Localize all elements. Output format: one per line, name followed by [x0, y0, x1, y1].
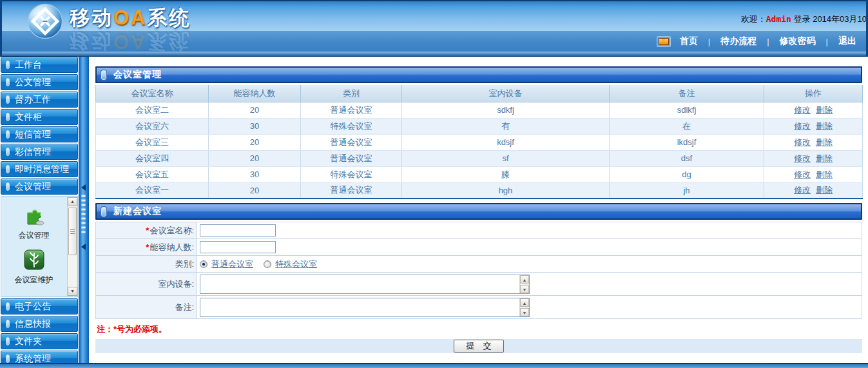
col-equipment: 室内设备: [402, 85, 610, 102]
sidebar-item-workbench[interactable]: 工作台: [1, 57, 78, 73]
edit-link[interactable]: 修改: [794, 153, 811, 163]
header-bottom-strip: [0, 52, 868, 57]
delete-link[interactable]: 删除: [816, 137, 833, 147]
edit-link[interactable]: 修改: [794, 121, 811, 131]
sidebar-item-instant-message[interactable]: 即时消息管理: [1, 161, 78, 177]
table-row: 会议室四20普通会议室sfdsf 修改删除: [96, 150, 863, 166]
capacity-input[interactable]: [200, 241, 276, 253]
tree-icon: [24, 249, 44, 273]
required-mark: *: [146, 242, 149, 252]
welcome-date: 2014年03月10: [813, 14, 867, 24]
required-note: 注：*号为必添项。: [95, 319, 862, 339]
sidebar-item-folders[interactable]: 文件夹: [1, 333, 78, 349]
radio-normal-room[interactable]: [200, 260, 207, 268]
sidebar-splitter[interactable]: [79, 57, 89, 368]
radio-special-room-label[interactable]: 特殊会议室: [275, 259, 317, 269]
required-mark: *: [146, 226, 149, 235]
submenu-scrollbar: ▲ ▼: [67, 197, 77, 296]
top-navbar: 首页 | 待办流程 | 修改密码 | 退出: [0, 31, 868, 52]
menu-pill-icon: [6, 113, 10, 121]
app-title-oa: OA: [113, 6, 148, 29]
welcome-username: Admin: [766, 14, 791, 24]
scroll-up-icon[interactable]: ▲: [520, 298, 529, 307]
sidebar-item-bulletin[interactable]: 电子公告: [1, 298, 78, 315]
nav-separator: |: [708, 37, 710, 46]
capacity-label: *能容纳人数:: [96, 239, 197, 256]
scroll-down-icon[interactable]: ▼: [68, 287, 77, 296]
equipment-textarea[interactable]: [200, 275, 519, 293]
edit-link[interactable]: 修改: [794, 105, 811, 115]
delete-link[interactable]: 删除: [816, 185, 833, 195]
scroll-up-icon[interactable]: ▲: [68, 197, 77, 206]
submit-strip: 提 交: [95, 339, 862, 353]
menu-pill-icon: [6, 95, 10, 104]
menu-pill-icon: [6, 165, 10, 173]
delete-link[interactable]: 删除: [816, 121, 833, 131]
equipment-label: 室内设备:: [96, 273, 197, 296]
radio-special-room[interactable]: [264, 260, 271, 268]
delete-link[interactable]: 删除: [816, 105, 833, 115]
sidebar-subitem-meeting-management[interactable]: 会议管理: [1, 205, 66, 241]
scroll-down-icon[interactable]: ▼: [520, 308, 529, 316]
delete-link[interactable]: 删除: [816, 153, 833, 163]
nav-logout[interactable]: 退出: [838, 35, 856, 47]
textarea-scrollbar: ▲▼: [519, 298, 529, 316]
nav-home[interactable]: 首页: [680, 35, 698, 47]
nav-pending-flow[interactable]: 待办流程: [720, 35, 757, 47]
mail-icon: [659, 38, 669, 45]
nav-change-password[interactable]: 修改密码: [780, 35, 816, 47]
menu-pill-icon: [6, 337, 10, 345]
app-title-suffix: 系统: [148, 6, 191, 29]
note-textarea[interactable]: [200, 298, 519, 316]
edit-link[interactable]: 修改: [794, 185, 811, 195]
scroll-up-icon[interactable]: ▲: [520, 275, 529, 284]
welcome-label: 欢迎：: [741, 14, 766, 24]
oa-system-page: 移动OA系统 移动OA系统 欢迎：Admin 登录 2014年03月10 首页 …: [0, 0, 868, 368]
mail-tile[interactable]: [657, 36, 671, 47]
section-title: 会议室管理: [113, 69, 162, 81]
room-name-input[interactable]: [200, 224, 276, 237]
sidebar-item-file-cabinet[interactable]: 文件柜: [1, 109, 78, 125]
page-bottom-strip: [0, 363, 868, 368]
app-title-prefix: 移动: [70, 6, 113, 29]
section-pill-icon: [101, 207, 106, 217]
edit-link[interactable]: 修改: [794, 137, 811, 147]
meeting-room-section-bar: 会议室管理: [95, 66, 862, 83]
scrollbar-thumb[interactable]: [68, 208, 77, 255]
puzzle-icon: [23, 205, 46, 228]
menu-pill-icon: [6, 320, 10, 328]
sidebar-item-meeting[interactable]: 会议管理: [1, 179, 78, 195]
meeting-room-table: 会议室名称 能容纳人数 类别 室内设备 备注 操作 会议室二20普通会议室sdk…: [95, 85, 863, 199]
menu-pill-icon: [6, 78, 10, 86]
sidebar-item-mms[interactable]: 彩信管理: [1, 144, 78, 160]
table-row: 会议室五30特殊会议室膝dg 修改删除: [96, 166, 863, 182]
radio-normal-room-label[interactable]: 普通会议室: [211, 259, 253, 269]
type-label: 类别:: [96, 256, 197, 273]
menu-pill-icon: [6, 61, 10, 69]
sidebar-item-supervision[interactable]: 督办工作: [1, 92, 78, 108]
col-actions: 操作: [764, 85, 863, 102]
room-name-label: *会议室名称:: [96, 222, 197, 239]
equipment-textarea-wrap: ▲▼: [200, 275, 530, 294]
table-row: 会议室六30特殊会议室有在 修改删除: [96, 118, 863, 134]
delete-link[interactable]: 删除: [816, 169, 833, 179]
scroll-down-icon[interactable]: ▼: [520, 285, 529, 293]
table-header-row: 会议室名称 能容纳人数 类别 室内设备 备注 操作: [96, 85, 863, 102]
sidebar-subitem-meeting-room-maintenance[interactable]: 会议室维护: [1, 249, 66, 286]
new-meeting-room-section-bar: 新建会议室: [95, 203, 862, 220]
collapse-arrow-icon[interactable]: [81, 244, 86, 250]
left-edge-border: [0, 0, 2, 57]
edit-link[interactable]: 修改: [794, 169, 811, 179]
nav-separator: |: [767, 37, 769, 46]
note-label: 备注:: [96, 296, 197, 319]
submit-button[interactable]: 提 交: [454, 340, 504, 353]
col-note: 备注: [610, 85, 764, 102]
col-room-name: 会议室名称: [96, 85, 209, 102]
section-title: 新建会议室: [113, 206, 162, 217]
sidebar-item-sms[interactable]: 短信管理: [1, 126, 78, 142]
collapse-arrow-icon[interactable]: [81, 184, 86, 191]
app-header: 移动OA系统 移动OA系统 欢迎：Admin 登录 2014年03月10 首页 …: [0, 0, 868, 57]
sidebar-item-newsletter[interactable]: 信息快报: [1, 316, 78, 332]
meeting-submenu-panel: 会议管理 会议室维护 ▲ ▼: [1, 196, 78, 297]
sidebar-item-documents[interactable]: 公文管理: [1, 74, 78, 90]
